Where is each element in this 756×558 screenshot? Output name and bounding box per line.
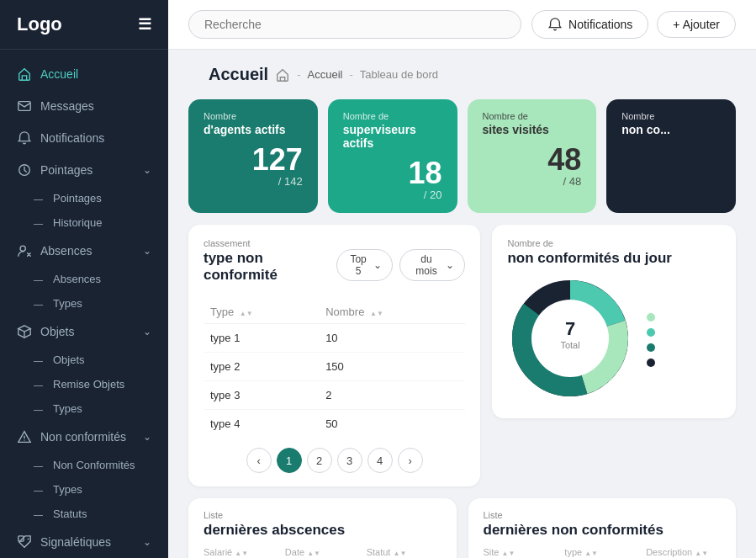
- nc-col-type[interactable]: type ▲▼: [564, 547, 639, 557]
- cell-nombre: 10: [319, 324, 465, 353]
- breadcrumb-link-tableau[interactable]: Tableau de bord: [360, 68, 438, 81]
- cell-type: type 3: [204, 381, 319, 410]
- col-type: Type ▲▼: [204, 300, 319, 324]
- donut-label: Nombre de: [507, 238, 721, 248]
- filter-top5-button[interactable]: Top 5 ⌄: [336, 249, 393, 281]
- add-button[interactable]: + Ajouter: [657, 11, 736, 38]
- table-row: type 1 10: [204, 324, 465, 353]
- stat-sublabel-sup: superviseurs actifs: [343, 123, 442, 150]
- nc-col-description[interactable]: Description ▲▼: [646, 547, 721, 557]
- content-area: Accueil - Accueil - Tableau de bord Nomb…: [168, 50, 756, 558]
- sidebar-subitem-historique[interactable]: Historique: [0, 210, 168, 235]
- legend-dot-1: [647, 313, 655, 322]
- pagination-page-1[interactable]: 1: [277, 448, 302, 473]
- stat-card-sites: Nombre de sites visités 48 / 48: [468, 99, 597, 213]
- sidebar-subitem-nc[interactable]: Non Conformités: [0, 453, 168, 477]
- stat-label-nc: Nombre: [621, 111, 721, 121]
- nc-list-card: Liste dernières non conformités Site ▲▼ …: [468, 498, 737, 558]
- pagination-prev[interactable]: ‹: [246, 448, 272, 473]
- stat-sublabel-agents: d'agents actifs: [204, 123, 303, 136]
- stat-sublabel-sites: sites visités: [483, 123, 582, 136]
- abs-col-salarie[interactable]: Salarié ▲▼: [204, 547, 278, 557]
- sidebar-item-absences[interactable]: Absences ⌄: [0, 235, 168, 267]
- sidebar-label-accueil: Accueil: [40, 67, 78, 81]
- page-title: Accueil: [209, 65, 268, 84]
- col-nombre: Nombre ▲▼: [319, 300, 465, 324]
- sidebar-subitem-nc-statuts[interactable]: Statuts: [0, 502, 168, 526]
- main-content: Notifications + Ajouter Accueil - Accuei…: [168, 0, 756, 558]
- pagination-page-2[interactable]: 2: [307, 448, 332, 473]
- filter-period-button[interactable]: du mois ⌄: [399, 249, 466, 281]
- sort-nc-site-icon: ▲▼: [502, 550, 515, 557]
- bottom-row: Liste dernières abscences Salarié ▲▼ Dat…: [188, 498, 736, 558]
- sidebar-subitem-absences[interactable]: Absences: [0, 267, 168, 291]
- abs-col-statut[interactable]: Statut ▲▼: [367, 547, 441, 557]
- nc-col-site[interactable]: Site ▲▼: [484, 547, 558, 557]
- sidebar-subitem-remise-objets[interactable]: Remise Objets: [0, 372, 168, 396]
- chevron-down-icon-objets: ⌄: [143, 326, 151, 337]
- sidebar-item-accueil[interactable]: Accueil: [0, 58, 168, 90]
- breadcrumb-link-accueil[interactable]: Accueil: [308, 68, 343, 81]
- absences-list-card: Liste dernières abscences Salarié ▲▼ Dat…: [188, 498, 457, 558]
- sidebar-subitem-pointages[interactable]: Pointages: [0, 186, 168, 210]
- sidebar-subitem-absences-types[interactable]: Types: [0, 291, 168, 316]
- breadcrumb: Accueil - Accueil - Tableau de bord: [188, 56, 736, 88]
- legend-item-1: [647, 313, 660, 322]
- nc-table-header: Site ▲▼ type ▲▼ Description ▲▼: [484, 547, 722, 558]
- pagination-page-4[interactable]: 4: [367, 448, 393, 473]
- classement-panel: classement type non conformité Top 5 ⌄ d…: [188, 225, 480, 486]
- donut-container: 7 Total: [507, 275, 721, 405]
- bell-icon: [17, 130, 32, 146]
- logo-area: Logo ☰: [0, 0, 168, 50]
- sidebar-label-objets: Objets: [40, 325, 74, 338]
- stat-label-sup: Nombre de: [343, 111, 442, 121]
- donut-total-value: 7: [565, 318, 575, 339]
- sort-nc-desc-icon: ▲▼: [695, 550, 708, 557]
- clock-icon: [17, 162, 32, 178]
- tag-icon: [17, 534, 32, 550]
- classement-table: Type ▲▼ Nombre ▲▼ type 1 10 type 2: [204, 300, 465, 438]
- stat-number-sup: 18: [408, 158, 441, 189]
- sidebar-subitem-objets[interactable]: Objets: [0, 348, 168, 372]
- legend-item-3: [647, 343, 660, 352]
- sidebar-subitem-nc-types[interactable]: Types: [0, 477, 168, 502]
- cell-type: type 1: [204, 324, 319, 353]
- sort-nombre-icon[interactable]: ▲▼: [370, 311, 383, 317]
- sidebar-item-objets[interactable]: Objets ⌄: [0, 316, 168, 348]
- nc-list-title: dernières non conformités: [484, 522, 722, 539]
- pagination-next[interactable]: ›: [398, 448, 423, 473]
- chevron-filter-icon: ⌄: [373, 259, 382, 271]
- absences-list-title: dernières abscences: [204, 522, 441, 539]
- legend-item-4: [647, 359, 660, 367]
- sidebar-label-signaletiques: Signalétiques: [40, 535, 111, 549]
- table-row: type 4 50: [204, 410, 465, 438]
- absences-list-label: Liste: [204, 510, 441, 520]
- sidebar-item-messages[interactable]: Messages: [0, 90, 168, 122]
- add-label: + Ajouter: [673, 18, 720, 31]
- abs-col-date[interactable]: Date ▲▼: [285, 547, 360, 557]
- alert-triangle-icon: [17, 429, 32, 444]
- classement-title-area: classement type non conformité: [204, 238, 336, 292]
- notifications-button[interactable]: Notifications: [531, 10, 648, 39]
- cell-type: type 4: [204, 410, 319, 438]
- pagination-page-3[interactable]: 3: [337, 448, 362, 473]
- sidebar-item-notifications[interactable]: Notifications: [0, 122, 168, 154]
- two-col-section: classement type non conformité Top 5 ⌄ d…: [188, 225, 736, 486]
- classement-label: classement: [204, 238, 336, 248]
- sidebar-item-pointages[interactable]: Pointages ⌄: [0, 154, 168, 186]
- breadcrumb-sep1: -: [297, 68, 300, 81]
- table-row: type 2 150: [204, 353, 465, 381]
- donut-title: non conformités du jour: [507, 250, 721, 267]
- svg-point-5: [28, 539, 29, 540]
- stats-row: Nombre d'agents actifs 127 / 142 Nombre …: [188, 99, 736, 213]
- home-breadcrumb-icon: [275, 67, 290, 82]
- sort-type-icon[interactable]: ▲▼: [240, 311, 253, 317]
- sidebar-item-signaletiques[interactable]: Signalétiques ⌄: [0, 526, 168, 558]
- stat-card-superviseurs: Nombre de superviseurs actifs 18 / 20: [328, 99, 457, 213]
- topbar: Notifications + Ajouter: [168, 0, 756, 50]
- sidebar: Logo ☰ Accueil Messages: [0, 0, 168, 558]
- sidebar-item-non-conformites[interactable]: Non conformités ⌄: [0, 421, 168, 453]
- search-input[interactable]: [188, 10, 521, 39]
- menu-toggle-icon[interactable]: ☰: [138, 15, 151, 34]
- sidebar-subitem-objets-types[interactable]: Types: [0, 396, 168, 421]
